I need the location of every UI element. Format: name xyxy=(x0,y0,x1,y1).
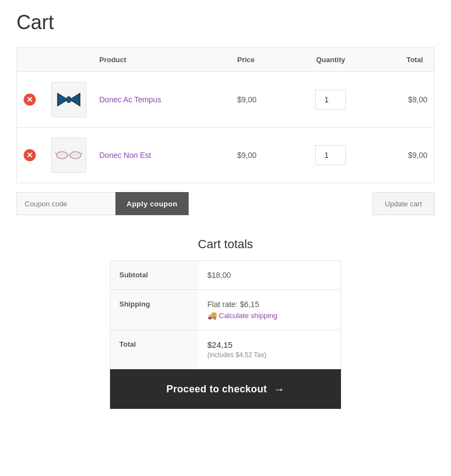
bowtie-icon xyxy=(57,91,81,108)
checkout-button[interactable]: Proceed to checkout → xyxy=(110,369,341,409)
price-cell-2: $9,00 xyxy=(230,128,290,183)
total-cell-2: $9,00 xyxy=(371,128,435,183)
cart-totals-section: Cart totals Subtotal $18,00 Shipping Fla… xyxy=(16,237,435,409)
product-link-1[interactable]: Donec Ac Tempus xyxy=(100,95,162,104)
update-cart-button[interactable]: Update cart xyxy=(372,192,435,215)
thumbnail-cell xyxy=(45,72,93,128)
page-title: Cart xyxy=(16,11,435,34)
col-header-product: Product xyxy=(93,48,231,72)
product-thumbnail-2 xyxy=(51,138,86,173)
svg-point-2 xyxy=(66,96,71,103)
product-link-2[interactable]: Donec Non Est xyxy=(100,151,151,160)
truck-icon: 🚚 xyxy=(207,311,217,320)
qty-cell-1 xyxy=(290,72,371,128)
remove-item-1-button[interactable]: ✕ xyxy=(24,94,36,106)
qty-input-1[interactable] xyxy=(315,90,346,110)
checkout-label: Proceed to checkout xyxy=(166,384,267,395)
remove-cell: ✕ xyxy=(17,72,45,128)
cart-table: Product Price Quantity Total ✕ xyxy=(16,47,435,183)
arrow-icon: → xyxy=(273,383,284,396)
thumbnail-cell xyxy=(45,128,93,183)
subtotal-label: Subtotal xyxy=(111,261,199,289)
svg-line-6 xyxy=(55,153,57,154)
remove-cell: ✕ xyxy=(17,128,45,183)
cart-totals-title: Cart totals xyxy=(110,237,341,251)
calculate-shipping-link[interactable]: 🚚 Calculate shipping xyxy=(207,311,332,320)
shipping-row: Shipping Flat rate: $6,15 🚚 Calculate sh… xyxy=(111,290,340,330)
col-header-price: Price xyxy=(230,48,290,72)
product-name-cell: Donec Non Est xyxy=(93,128,231,183)
calculate-shipping-text: Calculate shipping xyxy=(219,311,277,320)
coupon-input[interactable] xyxy=(16,192,116,215)
col-header-quantity: Quantity xyxy=(290,48,371,72)
coupon-area: Apply coupon xyxy=(16,192,189,215)
svg-point-9 xyxy=(70,152,80,158)
product-name-cell: Donec Ac Tempus xyxy=(93,72,231,128)
total-label: Total xyxy=(111,330,199,369)
total-row: Total $24,15 (includes $4,52 Tax) xyxy=(111,330,340,369)
shipping-rate-text: Flat rate: $6,15 xyxy=(207,300,259,309)
col-header-total: Total xyxy=(371,48,435,72)
product-thumbnail-1 xyxy=(51,82,86,117)
qty-cell-2 xyxy=(290,128,371,183)
svg-line-7 xyxy=(81,153,82,154)
tax-note: (includes $4,52 Tax) xyxy=(207,351,332,359)
total-value: $24,15 (includes $4,52 Tax) xyxy=(199,330,340,369)
shipping-value: Flat rate: $6,15 🚚 Calculate shipping xyxy=(199,290,340,330)
price-cell-1: $9,00 xyxy=(230,72,290,128)
cart-totals-table: Subtotal $18,00 Shipping Flat rate: $6,1… xyxy=(110,260,341,369)
glasses-icon xyxy=(55,150,82,161)
total-cell-1: $9,00 xyxy=(371,72,435,128)
subtotal-value: $18,00 xyxy=(199,261,340,289)
remove-item-2-button[interactable]: ✕ xyxy=(24,149,36,161)
svg-point-8 xyxy=(57,152,67,158)
apply-coupon-button[interactable]: Apply coupon xyxy=(116,192,189,215)
col-header-remove xyxy=(17,48,45,72)
remove-icon: ✕ xyxy=(24,149,36,161)
qty-input-2[interactable] xyxy=(315,145,346,165)
remove-icon: ✕ xyxy=(24,94,36,106)
col-header-thumb xyxy=(45,48,93,72)
total-amount-text: $24,15 xyxy=(207,340,332,349)
cart-actions: Apply coupon Update cart xyxy=(16,192,435,215)
checkout-button-wrapper: Proceed to checkout → xyxy=(110,369,341,409)
table-row: ✕ xyxy=(17,128,435,183)
table-row: ✕ Donec Ac Tempus $9,00 xyxy=(17,72,435,128)
shipping-label: Shipping xyxy=(111,290,199,330)
subtotal-row: Subtotal $18,00 xyxy=(111,261,340,290)
